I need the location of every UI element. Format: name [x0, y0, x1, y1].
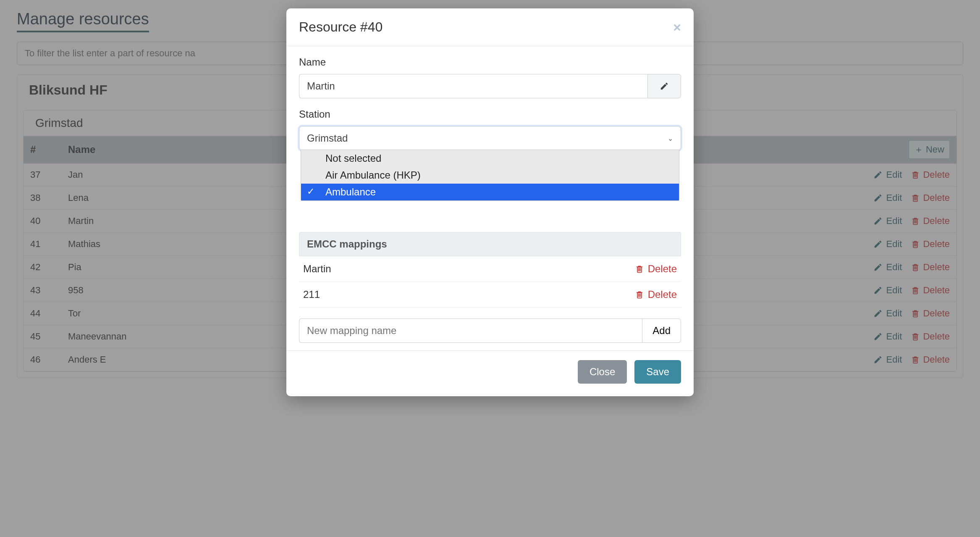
mapping-row: MartinDelete: [299, 256, 681, 282]
emcc-mappings-heading: EMCC mappings: [299, 232, 681, 256]
station-option[interactable]: Ambulance: [301, 184, 679, 200]
station-label: Station: [299, 108, 681, 120]
close-icon[interactable]: ×: [673, 21, 681, 34]
resource-modal: Resource #40 × Name Station Grimstad ⌄ N…: [286, 8, 694, 396]
name-label: Name: [299, 56, 681, 68]
station-dropdown: Not selectedAir Ambulance (HKP)Ambulance: [301, 150, 679, 201]
mapping-delete-button[interactable]: Delete: [635, 289, 677, 300]
station-form-group: Station Grimstad ⌄ Not selectedAir Ambul…: [299, 108, 681, 222]
modal-title: Resource #40: [299, 19, 383, 35]
mapping-name: 211: [303, 289, 320, 300]
chevron-down-icon: ⌄: [668, 134, 673, 142]
trash-icon: [635, 264, 644, 274]
close-button[interactable]: Close: [578, 360, 627, 384]
modal-body: Name Station Grimstad ⌄ Not selectedAir …: [286, 46, 694, 350]
name-input[interactable]: [299, 74, 647, 98]
add-mapping-button[interactable]: Add: [642, 319, 681, 343]
trash-icon: [635, 290, 644, 299]
new-mapping-input[interactable]: [299, 319, 642, 343]
pencil-icon: [660, 82, 669, 91]
delete-label: Delete: [648, 289, 677, 300]
save-button[interactable]: Save: [634, 360, 681, 384]
station-option[interactable]: Air Ambulance (HKP): [301, 167, 679, 184]
modal-header: Resource #40 ×: [286, 8, 694, 46]
modal-footer: Close Save: [286, 350, 694, 396]
edit-name-button[interactable]: [647, 74, 681, 98]
station-option[interactable]: Not selected: [301, 150, 679, 167]
station-select-value: Grimstad: [307, 132, 348, 144]
mapping-row: 211Delete: [299, 282, 681, 308]
station-select[interactable]: Grimstad ⌄: [299, 126, 681, 150]
mapping-delete-button[interactable]: Delete: [635, 263, 677, 275]
mapping-name: Martin: [303, 263, 331, 275]
name-form-group: Name: [299, 56, 681, 98]
delete-label: Delete: [648, 263, 677, 275]
